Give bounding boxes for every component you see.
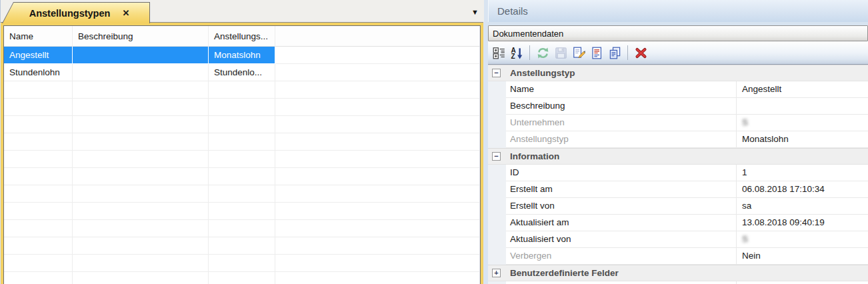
table-cell[interactable]: Stundenlo... xyxy=(209,64,275,81)
group-header-information[interactable]: −Information xyxy=(488,148,868,165)
table-cell xyxy=(275,99,480,116)
property-label: Aktualisiert von xyxy=(506,231,737,248)
table-cell[interactable] xyxy=(275,47,480,64)
table-cell xyxy=(209,237,275,255)
table-cell xyxy=(209,151,275,168)
tab-label: Anstellungstypen xyxy=(20,8,111,19)
toolbar-delete-button[interactable] xyxy=(633,44,649,61)
toolbar-categorized-button[interactable] xyxy=(491,44,507,61)
table-cell xyxy=(209,133,275,151)
expand-icon[interactable]: + xyxy=(492,269,501,277)
table-empty-row xyxy=(4,81,480,99)
property-label: Name xyxy=(506,81,737,98)
property-value[interactable] xyxy=(737,98,868,115)
table-header-row: NameBeschreibungAnstellungs... xyxy=(4,26,480,47)
property-label: Aktualisiert am xyxy=(506,215,737,231)
table-cell[interactable]: Stundenlohn xyxy=(4,64,73,81)
property-label xyxy=(506,281,737,284)
table-empty-row xyxy=(4,185,480,203)
property-value[interactable]: sa xyxy=(737,198,868,215)
tab-list-dropdown-icon[interactable]: ▼ xyxy=(471,9,479,15)
table-cell xyxy=(4,203,73,220)
property-row-beschreibung[interactable]: Beschreibung xyxy=(488,98,868,115)
column-header-name[interactable]: Name xyxy=(4,26,73,47)
table-cell xyxy=(4,255,73,272)
property-value[interactable]: Angestellt xyxy=(737,81,868,98)
details-panel-caption: Details xyxy=(488,0,868,22)
table-cell xyxy=(275,237,480,255)
property-value[interactable]: 13.08.2018 09:40:19 xyxy=(737,215,868,231)
table-cell[interactable]: Monatslohn xyxy=(209,47,275,64)
column-header-anstellungs-[interactable]: Anstellungs... xyxy=(209,26,275,47)
property-empty-row xyxy=(488,281,868,284)
document-panel: Anstellungstypen ✕ ▼ NameBeschreibungAns… xyxy=(0,0,484,284)
column-header-beschreibung[interactable]: Beschreibung xyxy=(73,26,209,47)
save-icon xyxy=(555,47,567,59)
property-row-erstellt-von[interactable]: Erstellt vonsa xyxy=(488,198,868,215)
table-row[interactable]: AngestelltMonatslohn xyxy=(4,47,480,64)
column-header-empty xyxy=(275,26,480,47)
property-row-erstellt-am[interactable]: Erstellt am06.08.2018 17:10:34 xyxy=(488,181,868,198)
table-empty-row xyxy=(4,220,480,237)
document-tabstrip: Anstellungstypen ✕ ▼ xyxy=(0,0,484,23)
property-value[interactable]: Monatslohn xyxy=(737,131,868,148)
table-empty-row xyxy=(4,116,480,133)
property-row-name[interactable]: NameAngestellt xyxy=(488,81,868,98)
table-cell xyxy=(73,237,209,255)
property-label: Erstellt von xyxy=(506,198,737,215)
table-row[interactable]: StundenlohnStundenlo... xyxy=(4,64,480,81)
details-panel: Details Dokumentendaten AZ −Anstellungst… xyxy=(488,0,868,284)
group-label: Information xyxy=(510,151,559,161)
table-cell xyxy=(73,168,209,185)
property-value[interactable]: S xyxy=(737,115,868,131)
table-empty-row xyxy=(4,255,480,272)
property-row-verbergen[interactable]: VerbergenNein xyxy=(488,248,868,265)
group-header-benutzerdefinierte-felder[interactable]: +Benutzerdefinierte Felder xyxy=(488,265,868,281)
property-value[interactable]: 1 xyxy=(737,165,868,181)
property-row-unternehmen[interactable]: UnternehmenS xyxy=(488,115,868,131)
dokumentendaten-header[interactable]: Dokumentendaten xyxy=(488,25,868,41)
toolbar-document-button[interactable] xyxy=(589,44,605,61)
table-cell xyxy=(275,203,480,220)
collapse-icon[interactable]: − xyxy=(492,152,501,161)
toolbar-refresh-button[interactable] xyxy=(535,44,551,61)
toolbar-copy-button[interactable] xyxy=(607,44,623,61)
table-cell xyxy=(73,203,209,220)
property-value[interactable]: S xyxy=(737,231,868,248)
table-body: AngestelltMonatslohnStundenlohnStundenlo… xyxy=(4,47,480,284)
tab-anstellungstypen[interactable]: Anstellungstypen ✕ xyxy=(2,2,150,23)
table-cell[interactable] xyxy=(73,64,209,81)
property-row-anstellungstyp[interactable]: AnstellungstypMonatslohn xyxy=(488,131,868,148)
table-cell xyxy=(275,272,480,284)
table-cell[interactable] xyxy=(73,47,209,64)
toolbar-sort-az-button[interactable]: AZ xyxy=(509,44,525,61)
property-label: ID xyxy=(506,165,737,181)
table-cell xyxy=(4,237,73,255)
redacted-value: S xyxy=(742,234,748,244)
property-label: Beschreibung xyxy=(506,98,737,115)
table-cell xyxy=(4,168,73,185)
toolbar-edit-button[interactable] xyxy=(571,44,587,61)
copy-icon xyxy=(609,47,621,59)
property-value[interactable]: 06.08.2018 17:10:34 xyxy=(737,181,868,198)
table-cell xyxy=(209,99,275,116)
property-row-id[interactable]: ID1 xyxy=(488,165,868,181)
table-empty-row xyxy=(4,99,480,116)
table-empty-row xyxy=(4,168,480,185)
table-empty-row xyxy=(4,151,480,168)
table-cell[interactable]: Angestellt xyxy=(4,47,73,64)
table-cell xyxy=(275,81,480,99)
property-row-aktualisiert-am[interactable]: Aktualisiert am13.08.2018 09:40:19 xyxy=(488,215,868,231)
table-cell xyxy=(209,81,275,99)
group-header-anstellungstyp[interactable]: −Anstellungstyp xyxy=(488,65,868,81)
toolbar-save-button[interactable] xyxy=(553,44,569,61)
table-cell xyxy=(275,151,480,168)
property-value[interactable]: Nein xyxy=(737,248,868,265)
table-cell[interactable] xyxy=(275,64,480,81)
tab-close-icon[interactable]: ✕ xyxy=(119,8,132,18)
table-empty-row xyxy=(4,203,480,220)
table-cell xyxy=(73,185,209,203)
collapse-icon[interactable]: − xyxy=(492,69,501,77)
table-cell xyxy=(209,203,275,220)
property-row-aktualisiert-von[interactable]: Aktualisiert vonS xyxy=(488,231,868,248)
